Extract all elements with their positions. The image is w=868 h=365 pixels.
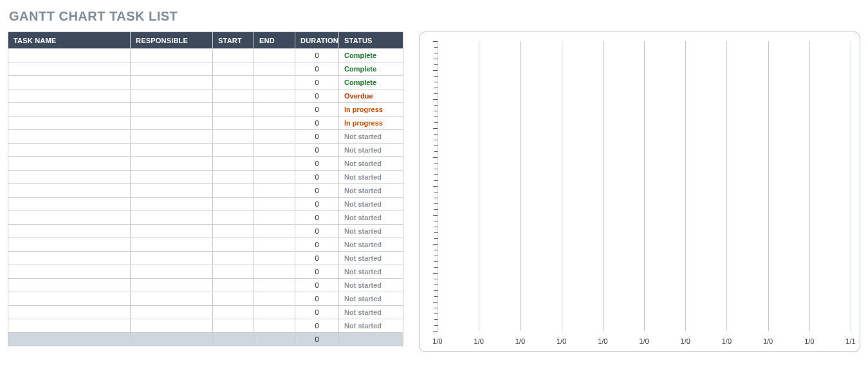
status-cell[interactable]: Complete	[339, 76, 403, 89]
responsible-cell[interactable]	[131, 103, 213, 117]
responsible-cell[interactable]	[131, 89, 213, 103]
duration-cell[interactable]: 0	[295, 225, 339, 238]
status-cell[interactable]: Not started	[339, 306, 403, 319]
table-row[interactable]: 0Not started	[8, 319, 403, 333]
start-cell[interactable]	[213, 198, 254, 211]
status-cell[interactable]: Not started	[339, 184, 403, 198]
task-cell[interactable]	[8, 117, 131, 130]
end-cell[interactable]	[254, 319, 295, 333]
task-cell[interactable]	[8, 130, 131, 144]
status-cell[interactable]: In progress	[339, 103, 403, 117]
duration-cell[interactable]: 0	[295, 171, 339, 184]
start-cell[interactable]	[213, 157, 254, 171]
end-cell[interactable]	[254, 130, 295, 144]
duration-cell[interactable]: 0	[295, 157, 339, 171]
table-row[interactable]: 0Not started	[8, 292, 403, 306]
duration-cell[interactable]: 0	[295, 144, 339, 157]
task-cell[interactable]	[8, 225, 131, 238]
start-cell[interactable]	[213, 76, 254, 89]
responsible-cell[interactable]	[131, 171, 213, 184]
task-cell[interactable]	[8, 89, 131, 103]
task-cell[interactable]	[8, 238, 131, 252]
table-row[interactable]: 0In progress	[8, 103, 403, 117]
start-cell[interactable]	[213, 49, 254, 62]
status-cell[interactable]: Not started	[339, 130, 403, 144]
end-cell[interactable]	[254, 157, 295, 171]
responsible-cell[interactable]	[131, 157, 213, 171]
table-row[interactable]: 0Overdue	[8, 89, 403, 103]
responsible-cell[interactable]	[131, 319, 213, 333]
status-cell[interactable]: Not started	[339, 157, 403, 171]
responsible-cell[interactable]	[131, 62, 213, 76]
end-cell[interactable]	[254, 62, 295, 76]
start-cell[interactable]	[213, 319, 254, 333]
duration-cell[interactable]: 0	[295, 130, 339, 144]
responsible-cell[interactable]	[131, 117, 213, 130]
end-cell[interactable]	[254, 184, 295, 198]
start-cell[interactable]	[213, 252, 254, 265]
end-cell[interactable]	[254, 198, 295, 211]
table-row[interactable]: 0Not started	[8, 225, 403, 238]
start-cell[interactable]	[213, 117, 254, 130]
responsible-cell[interactable]	[131, 211, 213, 225]
table-row[interactable]: 0Complete	[8, 62, 403, 76]
task-cell[interactable]	[8, 292, 131, 306]
end-cell[interactable]	[254, 279, 295, 292]
task-cell[interactable]	[8, 198, 131, 211]
responsible-cell[interactable]	[131, 306, 213, 319]
table-row[interactable]: 0Not started	[8, 184, 403, 198]
duration-cell[interactable]: 0	[295, 265, 339, 279]
end-cell[interactable]	[254, 89, 295, 103]
task-cell[interactable]	[8, 62, 131, 76]
start-cell[interactable]	[213, 184, 254, 198]
duration-cell[interactable]: 0	[295, 184, 339, 198]
responsible-cell[interactable]	[131, 76, 213, 89]
responsible-cell[interactable]	[131, 252, 213, 265]
table-row[interactable]: 0Not started	[8, 252, 403, 265]
end-cell[interactable]	[254, 265, 295, 279]
task-cell[interactable]	[8, 76, 131, 89]
start-cell[interactable]	[213, 225, 254, 238]
task-cell[interactable]	[8, 157, 131, 171]
status-cell[interactable]: In progress	[339, 117, 403, 130]
task-cell[interactable]	[8, 211, 131, 225]
status-cell[interactable]: Not started	[339, 238, 403, 252]
duration-cell[interactable]: 0	[295, 211, 339, 225]
table-row[interactable]: 0Not started	[8, 265, 403, 279]
end-cell[interactable]	[254, 238, 295, 252]
status-cell[interactable]: Complete	[339, 62, 403, 76]
responsible-cell[interactable]	[131, 279, 213, 292]
status-cell[interactable]: Not started	[339, 292, 403, 306]
task-cell[interactable]	[8, 103, 131, 117]
responsible-cell[interactable]	[131, 238, 213, 252]
task-cell[interactable]	[8, 306, 131, 319]
table-row[interactable]: 0Not started	[8, 211, 403, 225]
status-cell[interactable]: Not started	[339, 279, 403, 292]
status-cell[interactable]: Not started	[339, 144, 403, 157]
responsible-cell[interactable]	[131, 184, 213, 198]
responsible-cell[interactable]	[131, 292, 213, 306]
duration-cell[interactable]: 0	[295, 117, 339, 130]
end-cell[interactable]	[254, 76, 295, 89]
table-row[interactable]: 0Not started	[8, 198, 403, 211]
task-cell[interactable]	[8, 265, 131, 279]
end-cell[interactable]	[254, 292, 295, 306]
start-cell[interactable]	[213, 144, 254, 157]
end-cell[interactable]	[254, 103, 295, 117]
end-cell[interactable]	[254, 49, 295, 62]
start-cell[interactable]	[213, 211, 254, 225]
responsible-cell[interactable]	[131, 130, 213, 144]
task-cell[interactable]	[8, 252, 131, 265]
table-row[interactable]: 0Complete	[8, 76, 403, 89]
duration-cell[interactable]: 0	[295, 76, 339, 89]
duration-cell[interactable]: 0	[295, 252, 339, 265]
duration-cell[interactable]: 0	[295, 89, 339, 103]
table-row[interactable]: 0Not started	[8, 157, 403, 171]
table-row[interactable]: 0Not started	[8, 279, 403, 292]
status-cell[interactable]: Not started	[339, 171, 403, 184]
duration-cell[interactable]: 0	[295, 292, 339, 306]
end-cell[interactable]	[254, 117, 295, 130]
start-cell[interactable]	[213, 265, 254, 279]
status-cell[interactable]: Overdue	[339, 89, 403, 103]
start-cell[interactable]	[213, 238, 254, 252]
